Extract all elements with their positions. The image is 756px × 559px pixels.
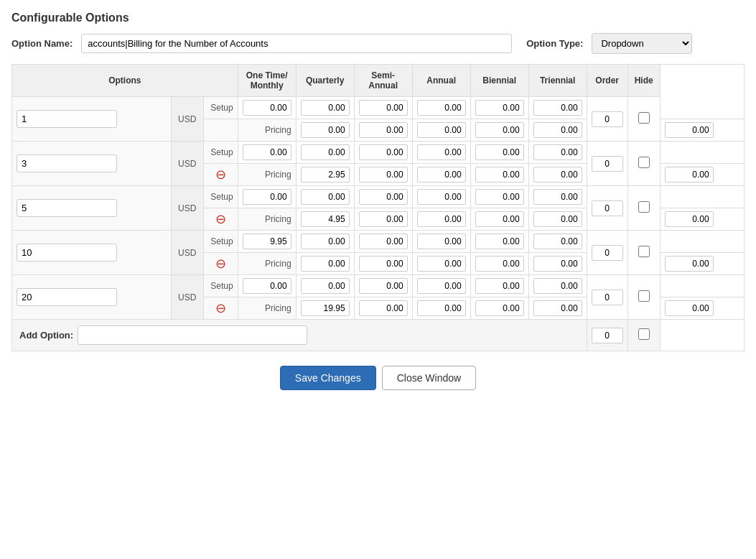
setup-semi_annual-input[interactable]	[359, 189, 408, 205]
hide-checkbox[interactable]	[638, 201, 650, 213]
setup-quarterly-input[interactable]	[301, 234, 350, 249]
order-input[interactable]	[592, 156, 623, 172]
setup-semi_annual-input[interactable]	[359, 100, 408, 116]
setup-one_time-input[interactable]	[243, 189, 291, 205]
currency-label: USD	[171, 142, 203, 186]
setup-triennial-input[interactable]	[533, 189, 582, 205]
pricing-annual-input[interactable]	[475, 167, 524, 183]
pricing-triennial-input[interactable]	[665, 256, 714, 272]
option-type-select[interactable]: Dropdown Radio Quantity Text	[592, 33, 692, 54]
pricing-semi_annual-input[interactable]	[417, 211, 466, 227]
option-value-input[interactable]	[17, 154, 117, 172]
remove-button[interactable]: ⊖	[215, 257, 226, 270]
pricing-one_time-input[interactable]	[301, 167, 350, 183]
setup-biennial-input[interactable]	[475, 189, 524, 205]
setup-annual-input[interactable]	[417, 278, 466, 294]
pricing-annual-input[interactable]	[475, 211, 524, 227]
option-value-input[interactable]	[17, 288, 117, 306]
option-value-input[interactable]	[17, 199, 117, 217]
pricing-biennial-input[interactable]	[533, 122, 582, 138]
option-name-input[interactable]	[81, 34, 512, 53]
order-input[interactable]	[592, 111, 623, 127]
pricing-price-cell	[296, 119, 354, 142]
setup-triennial-input[interactable]	[533, 234, 582, 249]
pricing-biennial-input[interactable]	[533, 167, 582, 183]
add-option-input[interactable]	[78, 325, 307, 345]
hide-checkbox[interactable]	[638, 112, 650, 124]
setup-semi_annual-input[interactable]	[359, 234, 408, 249]
save-button[interactable]: Save Changes	[280, 366, 376, 390]
setup-quarterly-input[interactable]	[301, 278, 350, 294]
pricing-price-cell	[470, 253, 528, 275]
pricing-quarterly-input[interactable]	[359, 256, 408, 272]
pricing-triennial-input[interactable]	[665, 167, 714, 183]
pricing-one_time-input[interactable]	[301, 256, 350, 272]
setup-quarterly-input[interactable]	[301, 100, 350, 116]
setup-annual-input[interactable]	[417, 189, 466, 205]
pricing-biennial-input[interactable]	[533, 300, 582, 316]
pricing-semi_annual-input[interactable]	[417, 256, 466, 272]
hide-checkbox[interactable]	[638, 157, 650, 168]
pricing-quarterly-input[interactable]	[359, 300, 408, 316]
add-order-input[interactable]	[592, 328, 623, 343]
pricing-one_time-input[interactable]	[301, 122, 350, 138]
pricing-quarterly-input[interactable]	[359, 211, 408, 227]
pricing-semi_annual-input[interactable]	[417, 300, 466, 316]
currency-label: USD	[171, 97, 203, 142]
pricing-one_time-input[interactable]	[301, 300, 350, 316]
close-button[interactable]: Close Window	[382, 366, 476, 390]
pricing-triennial-input[interactable]	[665, 300, 714, 316]
setup-triennial-input[interactable]	[533, 100, 582, 116]
setup-biennial-input[interactable]	[475, 144, 524, 160]
setup-price-cell	[238, 97, 296, 119]
remove-button[interactable]: ⊖	[215, 168, 226, 181]
option-value-input[interactable]	[17, 110, 117, 128]
pricing-biennial-input[interactable]	[533, 211, 582, 227]
order-input[interactable]	[592, 245, 623, 261]
pricing-quarterly-input[interactable]	[359, 122, 408, 138]
setup-price-cell	[412, 186, 470, 208]
pricing-biennial-input[interactable]	[533, 256, 582, 272]
add-hide-checkbox[interactable]	[638, 328, 650, 340]
pricing-semi_annual-input[interactable]	[417, 122, 466, 138]
setup-one_time-input[interactable]	[243, 278, 291, 294]
pricing-one_time-input[interactable]	[301, 211, 350, 227]
setup-annual-input[interactable]	[417, 144, 466, 160]
pricing-annual-input[interactable]	[475, 256, 524, 272]
setup-one_time-input[interactable]	[243, 234, 291, 249]
pricing-triennial-input[interactable]	[665, 122, 714, 138]
hide-checkbox[interactable]	[638, 246, 650, 257]
setup-annual-input[interactable]	[417, 234, 466, 249]
order-input[interactable]	[592, 200, 623, 216]
pricing-annual-input[interactable]	[475, 300, 524, 316]
setup-semi_annual-input[interactable]	[359, 278, 408, 294]
hide-cell	[627, 142, 660, 186]
setup-triennial-input[interactable]	[533, 144, 582, 160]
option-value-input[interactable]	[17, 244, 117, 262]
setup-biennial-input[interactable]	[475, 278, 524, 294]
pricing-quarterly-input[interactable]	[359, 167, 408, 183]
pricing-price-cell	[528, 297, 587, 320]
setup-semi_annual-input[interactable]	[359, 144, 408, 160]
pricing-price-cell	[296, 164, 354, 186]
setup-annual-input[interactable]	[417, 100, 466, 116]
setup-one_time-input[interactable]	[243, 144, 291, 160]
hide-checkbox[interactable]	[638, 290, 650, 302]
remove-button[interactable]: ⊖	[215, 302, 226, 315]
setup-biennial-input[interactable]	[475, 100, 524, 116]
header-quarterly: Quarterly	[296, 65, 354, 97]
pricing-triennial-input[interactable]	[665, 211, 714, 227]
setup-triennial-input[interactable]	[533, 278, 582, 294]
add-hide-cell	[627, 320, 660, 351]
pricing-price-cell	[470, 119, 528, 142]
setup-biennial-input[interactable]	[475, 234, 524, 249]
setup-one_time-input[interactable]	[243, 100, 291, 116]
hide-cell	[627, 97, 660, 142]
order-input[interactable]	[592, 290, 623, 305]
setup-quarterly-input[interactable]	[301, 144, 350, 160]
pricing-annual-input[interactable]	[475, 122, 524, 138]
pricing-semi_annual-input[interactable]	[417, 167, 466, 183]
setup-quarterly-input[interactable]	[301, 189, 350, 205]
pricing-label: Pricing	[238, 297, 296, 320]
remove-button[interactable]: ⊖	[215, 213, 226, 226]
